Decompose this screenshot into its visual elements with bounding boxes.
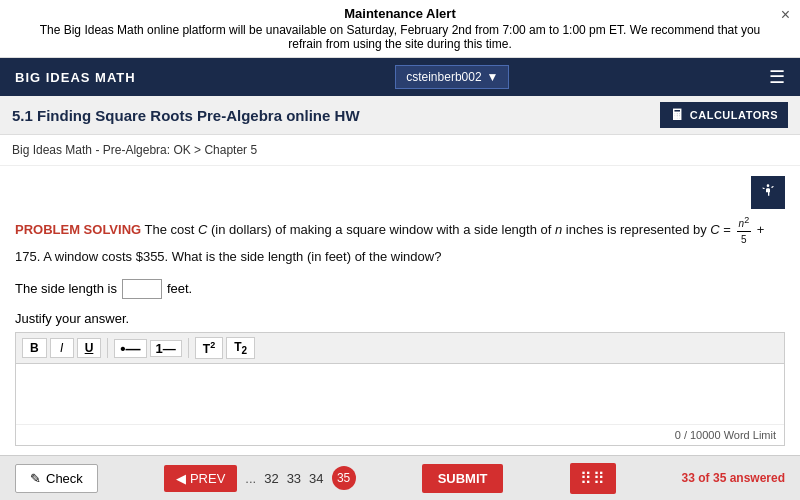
answer-suffix: feet.: [167, 281, 192, 296]
sub-header: 5.1 Finding Square Roots Pre-Algebra onl…: [0, 96, 800, 135]
submit-button[interactable]: SUBMIT: [422, 464, 504, 493]
accessibility-button[interactable]: [751, 176, 785, 209]
toolbar-separator-1: [107, 338, 108, 358]
answer-prefix: The side length is: [15, 281, 117, 296]
prev-button[interactable]: ◀ PREV: [164, 465, 237, 492]
alert-title: Maintenance Alert: [30, 6, 770, 21]
user-dropdown[interactable]: csteinberb002 ▼: [395, 65, 509, 89]
grid-button[interactable]: ⠿⠿: [570, 463, 616, 494]
logo: BIG IDEAS MATH: [15, 70, 136, 85]
page-35-active[interactable]: 35: [332, 466, 356, 490]
calculator-icon: 🖩: [670, 107, 685, 123]
answered-count: 33 of 35 answered: [682, 471, 785, 485]
justify-label: Justify your answer.: [15, 311, 785, 326]
close-button[interactable]: ×: [781, 6, 790, 24]
underline-button[interactable]: U: [77, 338, 102, 358]
alert-message: The Big Ideas Math online platform will …: [30, 23, 770, 51]
check-button[interactable]: ✎ Check: [15, 464, 98, 493]
dropdown-icon: ▼: [487, 70, 499, 84]
answered-highlight: 33 of 35 answered: [682, 471, 785, 485]
problem-label: PROBLEM SOLVING: [15, 222, 141, 237]
footer: ✎ Check ◀ PREV ... 32 33 34 35 SUBMIT ⠿⠿…: [0, 455, 800, 500]
page-34[interactable]: 34: [309, 471, 323, 486]
editor-toolbar: B I U •— 1— T2 T2: [16, 333, 784, 364]
grid-icon: ⠿⠿: [580, 470, 606, 487]
check-label: Check: [46, 471, 83, 486]
superscript-button[interactable]: T2: [195, 337, 223, 359]
page-dots: ...: [245, 471, 256, 486]
text-editor: B I U •— 1— T2 T2 0 / 10000 Word Limit: [15, 332, 785, 446]
calculators-button[interactable]: 🖩 CALCULATORS: [660, 102, 788, 128]
breadcrumb: Big Ideas Math - Pre-Algebra: OK > Chapt…: [0, 135, 800, 166]
menu-icon[interactable]: ☰: [769, 66, 785, 88]
calculators-label: CALCULATORS: [690, 109, 778, 121]
bold-button[interactable]: B: [22, 338, 47, 358]
answer-line: The side length is feet.: [15, 279, 785, 299]
answer-input-box[interactable]: [122, 279, 162, 299]
page-title: 5.1 Finding Square Roots Pre-Algebra onl…: [12, 107, 360, 124]
italic-button[interactable]: I: [50, 338, 74, 358]
problem-area: PROBLEM SOLVING The cost C (in dollars) …: [15, 214, 785, 446]
page-32[interactable]: 32: [264, 471, 278, 486]
word-count: 0 / 10000 Word Limit: [16, 424, 784, 445]
main-content: PROBLEM SOLVING The cost C (in dollars) …: [0, 166, 800, 483]
math-fraction: n2 5: [737, 214, 752, 247]
header: BIG IDEAS MATH csteinberb002 ▼ ☰: [0, 58, 800, 96]
check-icon: ✎: [30, 471, 41, 486]
toolbar-separator-2: [188, 338, 189, 358]
navigation-area: ◀ PREV ... 32 33 34 35: [164, 465, 356, 492]
subscript-button[interactable]: T2: [226, 337, 255, 359]
page-33[interactable]: 33: [287, 471, 301, 486]
problem-text: PROBLEM SOLVING The cost C (in dollars) …: [15, 214, 785, 267]
prev-label: PREV: [190, 471, 225, 486]
maintenance-alert: Maintenance Alert The Big Ideas Math onl…: [0, 0, 800, 58]
answer-input-field[interactable]: [123, 280, 161, 298]
editor-body[interactable]: [16, 364, 784, 424]
numbered-list-button[interactable]: 1—: [150, 340, 182, 357]
username-text: csteinberb002: [406, 70, 481, 84]
breadcrumb-text: Big Ideas Math - Pre-Algebra: OK > Chapt…: [12, 143, 257, 157]
prev-icon: ◀: [176, 471, 186, 486]
accessibility-icon: [760, 183, 776, 199]
username-display[interactable]: csteinberb002 ▼: [395, 65, 509, 89]
bullet-list-button[interactable]: •—: [114, 339, 146, 358]
